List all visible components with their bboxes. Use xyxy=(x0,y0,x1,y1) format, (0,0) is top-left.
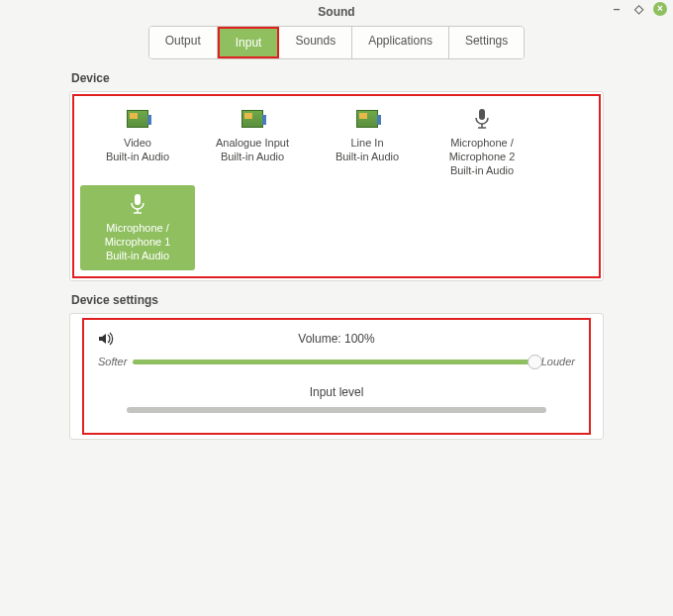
device-panel: Video Built-in Audio Analogue Input Buil… xyxy=(69,91,604,281)
content-area: Device Video Built-in Audio Analogue Inp… xyxy=(0,71,673,440)
tab-bar: Output Input Sounds Applications Setting… xyxy=(0,26,673,59)
device-microphone-2[interactable]: Microphone / Microphone 2 Built-in Audio xyxy=(425,100,539,185)
device-analogue-input[interactable]: Analogue Input Built-in Audio xyxy=(195,100,310,185)
tab-applications[interactable]: Applications xyxy=(352,27,449,58)
sound-card-icon xyxy=(82,106,193,132)
minimize-button[interactable]: – xyxy=(610,2,624,16)
softer-label: Softer xyxy=(98,356,127,367)
device-settings-panel: Volume: 100% Softer Louder Input level xyxy=(69,313,604,440)
microphone-icon xyxy=(82,191,193,217)
device-video[interactable]: Video Built-in Audio xyxy=(80,100,195,185)
device-microphone-1[interactable]: Microphone / Microphone 1 Built-in Audio xyxy=(80,185,195,270)
volume-slider-thumb[interactable] xyxy=(528,355,542,369)
settings-highlight-box: Volume: 100% Softer Louder Input level xyxy=(82,318,591,435)
tab-input[interactable]: Input xyxy=(220,29,278,56)
device-label-line: Microphone 1 xyxy=(82,235,193,249)
window-title: Sound xyxy=(318,5,354,19)
input-level-label: Input level xyxy=(98,385,575,399)
volume-row: Volume: 100% Softer Louder xyxy=(98,332,575,367)
tab-sounds[interactable]: Sounds xyxy=(279,27,352,58)
device-label-line: Built-in Audio xyxy=(197,150,308,163)
microphone-icon xyxy=(427,106,537,132)
device-label-line: Microphone 2 xyxy=(427,150,537,163)
volume-label: Volume: 100% xyxy=(98,332,575,346)
device-highlight-box: Video Built-in Audio Analogue Input Buil… xyxy=(72,94,601,278)
device-label-line: Built-in Audio xyxy=(82,249,193,262)
tabs-container: Output Input Sounds Applications Setting… xyxy=(148,26,526,59)
maximize-button[interactable]: ◇ xyxy=(631,2,645,16)
titlebar: Sound – ◇ × xyxy=(0,0,673,24)
device-section-label: Device xyxy=(71,71,604,85)
volume-slider-row: Softer Louder xyxy=(98,356,575,367)
sound-card-icon xyxy=(312,106,423,132)
tab-output[interactable]: Output xyxy=(149,27,218,58)
sound-card-icon xyxy=(197,106,308,132)
device-label-line: Microphone / xyxy=(82,221,193,235)
device-line-in[interactable]: Line In Built-in Audio xyxy=(310,100,425,185)
volume-icon xyxy=(98,332,114,349)
tab-settings[interactable]: Settings xyxy=(449,27,524,58)
tab-input-highlight: Input xyxy=(218,27,280,58)
device-label-line: Microphone / xyxy=(427,136,537,150)
device-label-line: Line In xyxy=(312,136,423,150)
volume-slider[interactable] xyxy=(133,359,534,364)
device-label-line: Analogue Input xyxy=(197,136,308,150)
device-label-line: Built-in Audio xyxy=(312,150,423,163)
louder-label: Louder xyxy=(541,356,575,367)
window-controls: – ◇ × xyxy=(610,2,667,16)
device-settings-section-label: Device settings xyxy=(71,293,604,307)
device-label-line: Built-in Audio xyxy=(427,163,537,177)
input-level-meter xyxy=(127,407,546,413)
device-label-line: Video xyxy=(82,136,193,150)
svg-rect-0 xyxy=(479,109,485,120)
svg-rect-3 xyxy=(135,194,141,205)
device-grid: Video Built-in Audio Analogue Input Buil… xyxy=(76,96,597,274)
device-label-line: Built-in Audio xyxy=(82,150,193,163)
close-button[interactable]: × xyxy=(653,2,667,16)
